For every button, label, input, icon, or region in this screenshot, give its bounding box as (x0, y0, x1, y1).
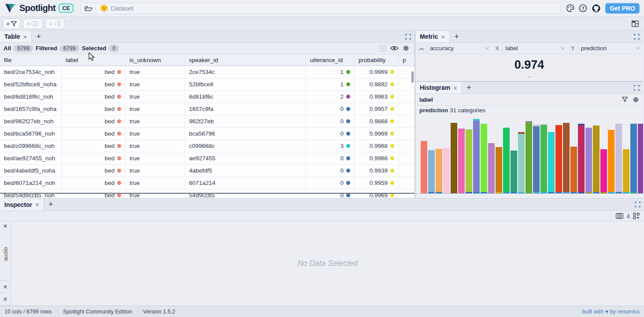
table-settings-icon[interactable] (403, 45, 409, 52)
bar-foot-segment (466, 192, 472, 193)
lane-type-label: audio (2, 247, 9, 261)
table-row[interactable]: bed/6071a214_nohbedtrue6071a21400.9959 (0, 177, 415, 189)
y-column-select[interactable]: prediction (578, 43, 643, 54)
histogram-bar[interactable] (638, 124, 643, 193)
x-column-select[interactable]: label (502, 43, 567, 54)
histogram-bar[interactable] (533, 125, 540, 193)
table-scrollbar[interactable] (411, 71, 414, 83)
table-row[interactable]: bed/54d9ccb5_nohbedtrue54d9ccb500.9969 (0, 189, 415, 198)
layout-grid-button[interactable] (632, 21, 639, 27)
column-header-speaker_id[interactable]: speaker_id (185, 54, 306, 66)
histogram-bar[interactable] (421, 141, 427, 193)
histogram-bar[interactable] (458, 129, 465, 193)
table-row[interactable]: bed/52bfbce8_nohabedtrue52bfbce810.9892 (0, 78, 415, 91)
open-folder-button[interactable] (81, 3, 96, 14)
categories-count: 31 categories (448, 107, 485, 114)
column-header-is_unknown[interactable]: is_unknown (126, 54, 185, 66)
add-filter-button[interactable]: + (3, 18, 20, 29)
remove-view-button[interactable]: × (3, 284, 7, 291)
histogram-bar[interactable] (488, 143, 495, 193)
histogram-bar[interactable] (443, 148, 450, 193)
table-row[interactable]: bed/c099668c_nohbedtruec099668c30.9968 (0, 140, 415, 152)
maximize-histogram-button[interactable] (634, 85, 640, 91)
cell-p (399, 189, 415, 198)
cell-probability: 0.9963 (355, 91, 399, 103)
histogram-bar[interactable] (585, 128, 592, 193)
tab-table[interactable]: Table × (0, 31, 32, 42)
metric-select[interactable]: accuracy (427, 43, 492, 54)
column-header-utterance_id[interactable]: utterance_id (306, 54, 355, 66)
top-bar: Spotlight CE Dataset (0, 0, 644, 17)
remove-view-button[interactable]: × (3, 296, 7, 303)
histogram-bar[interactable] (526, 121, 532, 193)
tab-metric[interactable]: Metric × (415, 31, 450, 42)
histogram-bar[interactable] (511, 151, 517, 193)
get-pro-button[interactable]: Get PRO (605, 3, 640, 14)
histogram-bar[interactable] (428, 150, 435, 193)
selected-label[interactable]: Selected (82, 45, 107, 52)
maximize-metric-button[interactable] (634, 34, 640, 40)
add-tab-button[interactable]: + (44, 199, 58, 210)
dataset-path-bar[interactable]: Dataset (81, 3, 561, 14)
histogram-bar[interactable] (481, 124, 487, 193)
histogram-bar[interactable] (555, 125, 562, 193)
table-row[interactable]: bed/962f27eb_nohbedtrue962f27eb00.9868 (0, 115, 415, 128)
add-tab-button[interactable]: + (450, 31, 464, 42)
histogram-bar[interactable] (615, 124, 622, 193)
column-header-probability[interactable]: probability (355, 54, 399, 66)
cell-utterance-id: 2 (306, 91, 355, 103)
funnel-icon[interactable] (622, 97, 628, 102)
maximize-inspector-button[interactable] (635, 202, 640, 207)
table-row[interactable]: bed/2ce7534c_nohbedtrue2ce7534c10.9969 (0, 66, 415, 78)
histogram-bar[interactable] (570, 147, 577, 193)
column-header-p[interactable]: p (399, 54, 415, 66)
filtered-label[interactable]: Filtered (36, 45, 57, 52)
help-button[interactable]: ? (579, 4, 587, 12)
histogram-bar[interactable] (540, 125, 547, 193)
histogram-settings-icon[interactable] (633, 96, 639, 103)
histogram-bar[interactable] (578, 124, 585, 193)
tab-inspector[interactable]: Inspector × (0, 199, 44, 210)
panel-resize-handle[interactable] (0, 193, 415, 194)
histogram-bar[interactable] (518, 132, 525, 193)
column-header-label[interactable]: label (62, 54, 126, 66)
github-button[interactable] (592, 4, 601, 13)
histogram-bar[interactable] (436, 149, 442, 193)
close-tab-icon[interactable]: × (453, 84, 457, 92)
histogram-bar[interactable] (623, 149, 629, 193)
add-column-icon[interactable] (380, 45, 386, 52)
close-tab-icon[interactable]: × (23, 33, 27, 41)
add-view-icon[interactable] (633, 213, 640, 219)
histogram-bar[interactable] (496, 147, 502, 193)
table-row[interactable]: bed/ae927455_nohbedtrueae92745500.9966 (0, 152, 415, 165)
tab-histogram[interactable]: Histogram × (415, 82, 462, 93)
columns-layout-icon[interactable] (616, 213, 623, 219)
visible-columns-icon[interactable] (390, 45, 398, 51)
histogram-bar[interactable] (451, 123, 457, 193)
histogram-bar[interactable] (630, 124, 637, 193)
histogram-bar[interactable] (503, 128, 510, 193)
histogram-bar[interactable] (608, 130, 614, 193)
table-row[interactable]: bed/4abefdf5_nohabedtrue4abefdf500.9939 (0, 165, 415, 177)
histogram-bar[interactable] (466, 129, 472, 193)
histogram-chart[interactable] (415, 116, 643, 198)
maximize-table-button[interactable] (405, 34, 411, 40)
theme-palette-button[interactable] (566, 4, 574, 12)
remove-view-button[interactable]: × (3, 223, 7, 230)
histogram-bar[interactable] (563, 123, 570, 193)
close-tab-icon[interactable]: × (35, 201, 39, 208)
histogram-bar[interactable] (473, 119, 480, 193)
cell-speaker-id: 54d9ccb5 (185, 189, 306, 198)
table-row[interactable]: bed/bca56796_nohbedtruebca5679600.9969 (0, 128, 415, 140)
histogram-bar[interactable] (593, 125, 600, 193)
column-header-file[interactable]: file (0, 54, 62, 66)
histogram-bar[interactable] (548, 132, 555, 193)
table-row[interactable]: bed/6d818f6c_nohbedtrue6d818f6c20.9963 (0, 91, 415, 103)
add-tab-button[interactable]: + (32, 31, 46, 42)
add-lasso-filter-button[interactable]: + (23, 18, 43, 29)
histogram-bar[interactable] (600, 149, 607, 193)
add-tab-button[interactable]: + (462, 82, 476, 93)
add-relevance-filter-button[interactable]: + (45, 18, 64, 29)
close-tab-icon[interactable]: × (441, 33, 445, 41)
table-row[interactable]: bed/1657c9fa_nohabedtrue1657c9fa00.9957 (0, 103, 415, 115)
